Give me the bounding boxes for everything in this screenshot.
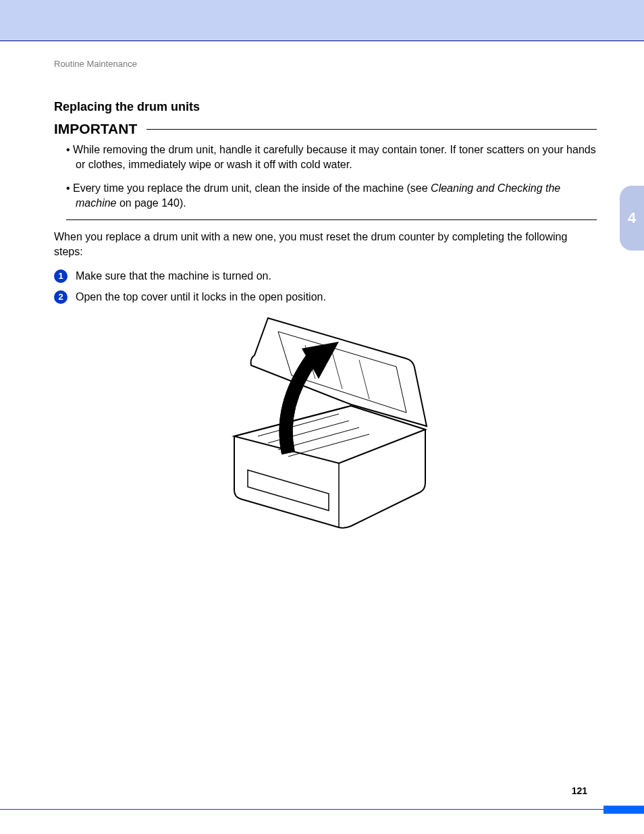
- bullet-text-pre: Every time you replace the drum unit, cl…: [73, 182, 431, 194]
- step-number-badge: 1: [54, 269, 68, 283]
- important-block-header: IMPORTANT: [54, 121, 597, 137]
- step-item: 2 Open the top cover until it locks in t…: [54, 290, 597, 305]
- important-bullets: While removing the drum unit, handle it …: [66, 142, 597, 210]
- breadcrumb: Routine Maintenance: [54, 59, 597, 69]
- top-accent-band: [0, 0, 644, 41]
- step-number-badge: 2: [54, 290, 68, 304]
- chapter-number: 4: [628, 209, 636, 227]
- figure-container: [54, 311, 597, 537]
- printer-open-cover-illustration: [204, 311, 447, 534]
- divider-line: [66, 219, 597, 220]
- rule-line: [146, 129, 597, 130]
- footer-accent: [603, 806, 644, 814]
- chapter-tab[interactable]: 4: [620, 186, 644, 251]
- footer-rule: [0, 809, 644, 810]
- important-label: IMPORTANT: [54, 121, 146, 137]
- page-content: Routine Maintenance Replacing the drum u…: [0, 41, 644, 834]
- intro-paragraph: When you replace a drum unit with a new …: [54, 230, 597, 259]
- section-heading: Replacing the drum units: [54, 100, 597, 114]
- step-item: 1 Make sure that the machine is turned o…: [54, 269, 597, 284]
- page-number: 121: [572, 785, 587, 796]
- bullet-item: Every time you replace the drum unit, cl…: [66, 181, 597, 210]
- step-text: Make sure that the machine is turned on.: [76, 269, 271, 284]
- bullet-item: While removing the drum unit, handle it …: [66, 142, 597, 172]
- step-text: Open the top cover until it locks in the…: [76, 290, 326, 305]
- bullet-text-post: on page 140).: [116, 197, 186, 209]
